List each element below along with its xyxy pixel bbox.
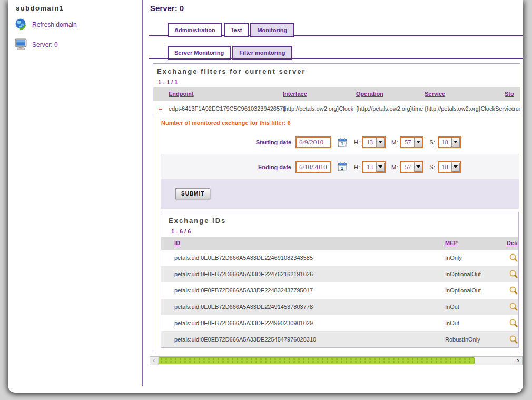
sidebar-item-server[interactable]: Server: 0 — [14, 38, 58, 52]
submit-row: SUBMIT — [161, 179, 519, 209]
mep-value: RobustInOnly — [445, 336, 480, 343]
mep-value: InOptionalOut — [445, 287, 481, 294]
scrollbar-thumb[interactable] — [159, 357, 475, 364]
monitored-count-label: Number of monitored exchange for this fi… — [161, 120, 291, 126]
detail-button[interactable] — [509, 302, 518, 311]
calendar-button[interactable]: 1 — [337, 137, 348, 148]
exchange-id: petals:uid:0E0EB72D666A5A33DE22499023090… — [174, 320, 313, 326]
domain-title: subdomain1 — [16, 4, 64, 12]
table-row: petals:uid:0E0EB72D666A5A33DE22491453780… — [161, 299, 518, 315]
select-value: 18 — [439, 138, 451, 147]
detail-button[interactable] — [509, 318, 518, 328]
column-interface[interactable]: Interface — [283, 91, 307, 97]
column-service[interactable]: Service — [425, 91, 445, 97]
table-row: petals:uid:0E0EB72D666A5A33DE22469108234… — [161, 250, 518, 266]
ending-hour-select[interactable]: 13 — [362, 161, 386, 173]
ending-second-select[interactable]: 18 — [438, 161, 461, 173]
starting-date-row: Starting date 1 H: — [161, 131, 519, 154]
tab-monitoring[interactable]: Monitoring — [250, 23, 294, 37]
svg-text:1: 1 — [340, 165, 343, 171]
exchange-ids-rows: petals:uid:0E0EB72D666A5A33DE22469108234… — [161, 250, 518, 348]
page-title: Server: 0 — [150, 4, 184, 13]
select-value: 57 — [401, 162, 414, 172]
starting-minute-select[interactable]: 57 — [400, 136, 423, 148]
table-row: petals:uid:0E0EB72D666A5A33DE22483243779… — [161, 282, 518, 299]
pagination: 1 - 1 / 1 — [158, 79, 178, 85]
hour-label: H: — [354, 164, 360, 170]
panel-title: Exchange filters for current server — [157, 67, 306, 75]
exchange-id: petals:uid:0E0EB72D666A5A33DE22491453780… — [174, 304, 313, 310]
subtab-bar: Server Monitoring Filter monitoring — [168, 46, 292, 60]
starting-second-select[interactable]: 18 — [438, 136, 461, 148]
mep-value: InOptionalOut — [445, 271, 481, 277]
mep-value: InOut — [445, 320, 459, 326]
detail-button[interactable] — [509, 286, 518, 295]
ending-minute-select[interactable]: 57 — [400, 161, 423, 173]
detail-button[interactable] — [509, 253, 518, 262]
subtab-server-monitoring[interactable]: Server Monitoring — [168, 46, 231, 60]
subtab-filter-monitoring[interactable]: Filter monitoring — [232, 46, 292, 60]
chevron-down-icon — [451, 162, 460, 172]
computer-icon — [14, 38, 28, 52]
minute-label: M: — [391, 164, 398, 170]
calendar-button[interactable]: 1 — [337, 161, 348, 172]
hour-label: H: — [354, 139, 360, 145]
collapse-icon[interactable] — [157, 106, 163, 112]
detail-button[interactable] — [509, 335, 518, 344]
exchange-ids-panel: Exchange IDs 1 - 6 / 6 ID MEP Detail pet… — [161, 212, 519, 348]
chevron-down-icon — [451, 138, 460, 147]
second-label: S: — [429, 139, 435, 145]
select-value: 57 — [401, 138, 414, 147]
minute-label: M: — [391, 139, 398, 145]
mep-value: InOnly — [445, 255, 462, 261]
filter-operation: {http://petals.ow2.org}time — [356, 105, 423, 112]
sidebar: subdomain1 Refresh domain — [8, 0, 143, 386]
exchange-id: petals:uid:0E0EB72D666A5A33DE22545479760… — [174, 336, 316, 343]
app-window: subdomain1 Refresh domain — [8, 0, 523, 393]
column-id[interactable]: ID — [174, 240, 180, 246]
column-endpoint[interactable]: Endpoint — [169, 91, 194, 97]
submit-button[interactable]: SUBMIT — [175, 188, 210, 199]
detail-button[interactable] — [509, 269, 518, 279]
select-value: 13 — [363, 162, 376, 172]
main-content: Server: 0 Administration Test Monitoring… — [149, 0, 523, 393]
exchange-ids-title: Exchange IDs — [169, 217, 226, 225]
exchange-ids-header: ID MEP Detail — [161, 237, 518, 250]
scroll-right-button[interactable]: › — [514, 357, 522, 365]
column-mep[interactable]: MEP — [445, 240, 458, 246]
ending-date-label: Ending date — [161, 164, 291, 170]
column-operation[interactable]: Operation — [356, 91, 383, 97]
exchange-id: petals:uid:0E0EB72D666A5A33DE22469108234… — [174, 255, 313, 261]
sidebar-item-label: Refresh domain — [32, 21, 77, 28]
globe-refresh-icon — [14, 18, 28, 32]
tab-administration[interactable]: Administration — [168, 23, 222, 37]
filter-interface: {http://petals.ow2.org}Clock — [283, 105, 353, 112]
filter-stopped-value: true — [512, 105, 520, 112]
select-value: 18 — [439, 162, 451, 172]
exchange-id: petals:uid:0E0EB72D666A5A33DE22476216219… — [174, 271, 313, 277]
second-label: S: — [429, 164, 435, 170]
ending-date-input[interactable] — [295, 161, 331, 173]
tab-test[interactable]: Test — [224, 23, 249, 37]
starting-date-input[interactable] — [295, 136, 331, 148]
exchange-filters-panel: Exchange filters for current server 1 - … — [153, 63, 520, 353]
exchange-ids-pagination: 1 - 6 / 6 — [171, 228, 191, 235]
chevron-down-icon — [414, 162, 422, 172]
sidebar-item-refresh-domain[interactable]: Refresh domain — [14, 18, 77, 32]
scroll-left-button[interactable]: ‹ — [150, 357, 159, 365]
mep-value: InOut — [445, 304, 459, 310]
sidebar-item-label: Server: 0 — [32, 41, 58, 48]
column-stopped[interactable]: Sto — [505, 91, 514, 97]
svg-text:1: 1 — [340, 141, 343, 146]
chevron-down-icon — [414, 138, 422, 147]
tab-bar: Administration Test Monitoring — [168, 23, 294, 37]
table-row: petals:uid:0E0EB72D666A5A33DE22545479760… — [161, 331, 518, 348]
horizontal-scrollbar[interactable]: ‹ › — [150, 356, 523, 365]
select-value: 13 — [363, 138, 376, 147]
column-detail[interactable]: Detail — [507, 240, 519, 246]
table-row: petals:uid:0E0EB72D666A5A33DE22499023090… — [161, 315, 518, 331]
starting-hour-select[interactable]: 13 — [362, 136, 386, 148]
chevron-down-icon — [376, 162, 385, 172]
filter-service: {http://petals.ow2.org}ClockService — [425, 105, 515, 112]
filter-endpoint: edpt-6413F1A92EC179C5C96103239426571 — [169, 105, 286, 112]
